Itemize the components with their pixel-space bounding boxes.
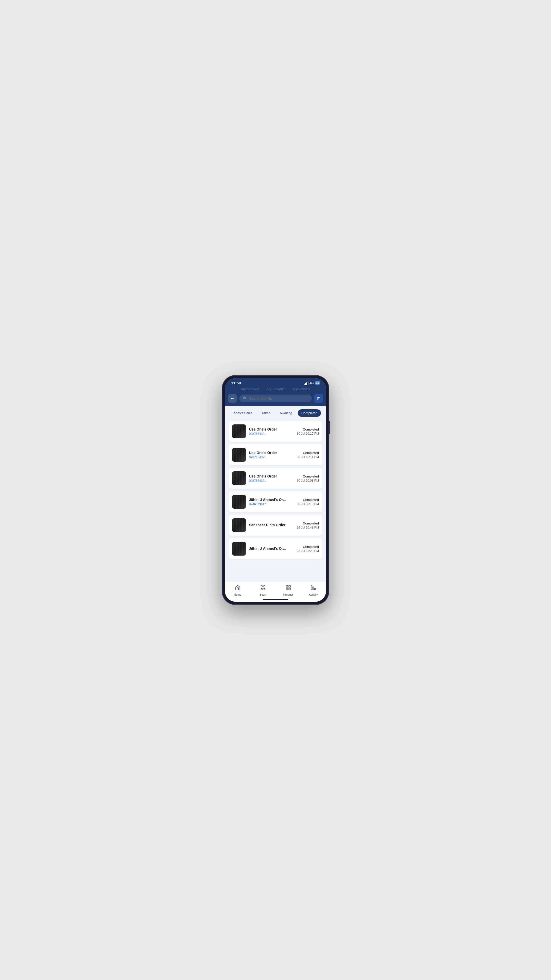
svg-rect-10 [311, 586, 312, 590]
order-status-4: Completed [297, 498, 319, 502]
nav-label-activity: Activity [309, 593, 318, 596]
order-thumbnail-3 [232, 471, 246, 485]
search-input[interactable] [249, 396, 308, 401]
order-status-5: Completed [297, 522, 319, 525]
bottom-navigation: Home Scan [225, 581, 326, 602]
qr-scan-button[interactable]: ⊡ [314, 394, 323, 403]
battery-badge: 36 [315, 381, 320, 385]
order-status-block-6: Completed 23 Jul 09:29 PM [297, 545, 319, 553]
tab-taken[interactable]: Taken [258, 409, 274, 417]
tab-todays-sales[interactable]: Today's Sales [229, 409, 256, 417]
order-name-4: Jithin U Ahmed's Or... [249, 498, 294, 502]
signal-icon [304, 381, 308, 385]
watermark-2: AppScreens [267, 387, 285, 391]
order-thumbnail-5 [232, 518, 246, 532]
search-icon: 🔍 [243, 396, 247, 401]
phone-device: 11:50 4G 36 AppScreens AppScreens AppScr… [222, 375, 329, 605]
order-status-3: Completed [297, 474, 319, 478]
order-item-1[interactable]: Use One's Order 0987654321 Completed 30 … [229, 421, 322, 442]
order-name-5: Sansheer P K's Order [249, 523, 294, 527]
order-thumbnail-2 [232, 448, 246, 462]
order-info-3: Use One's Order 0987654321 [249, 474, 294, 483]
svg-rect-7 [289, 586, 290, 587]
order-thumbnail-1 [232, 425, 246, 438]
svg-rect-1 [264, 586, 265, 587]
order-name-3: Use One's Order [249, 474, 294, 478]
order-date-2: 30 Jul 10:11 PM [297, 455, 319, 459]
scan-icon [260, 585, 266, 592]
svg-rect-6 [286, 586, 287, 587]
order-phone-4: 9746573617 [249, 503, 294, 506]
back-button[interactable]: ← [228, 394, 237, 403]
tabs-container: Today's Sales Taken Awaiting Completed [225, 406, 326, 420]
order-info-5: Sansheer P K's Order [249, 523, 294, 528]
status-icons: 4G 36 [304, 381, 320, 385]
home-indicator [263, 599, 288, 600]
svg-rect-8 [286, 588, 287, 590]
product-icon [286, 585, 291, 592]
tab-completed[interactable]: Completed [298, 409, 321, 417]
order-name-2: Use One's Order [249, 451, 294, 455]
order-item-4[interactable]: Jithin U Ahmed's Or... 9746573617 Comple… [229, 491, 322, 512]
network-label: 4G [310, 381, 314, 385]
order-status-block-4: Completed 30 Jul 08:10 PM [297, 498, 319, 506]
search-header: ← 🔍 ⊡ [225, 392, 326, 406]
nav-item-home[interactable]: Home [225, 584, 250, 597]
watermark-1: AppScreens [241, 387, 259, 391]
svg-rect-2 [261, 589, 262, 590]
svg-rect-0 [261, 586, 262, 587]
order-name-6: Jithin U Ahmed's Or... [249, 546, 294, 550]
order-status-6: Completed [297, 545, 319, 549]
order-info-1: Use One's Order 0987654321 [249, 427, 294, 436]
order-thumbnail-6 [232, 542, 246, 555]
order-item-2[interactable]: Use One's Order 0987654321 Completed 30 … [229, 444, 322, 465]
order-status-block-1: Completed 30 Jul 10:15 PM [297, 428, 319, 435]
order-item-6[interactable]: Jithin U Ahmed's Or... Completed 23 Jul … [229, 538, 322, 559]
nav-item-product[interactable]: Product [275, 584, 301, 597]
order-date-3: 30 Jul 10:08 PM [297, 479, 319, 482]
order-info-4: Jithin U Ahmed's Or... 9746573617 [249, 498, 294, 506]
order-phone-1: 0987654321 [249, 432, 294, 436]
activity-icon [311, 585, 316, 592]
status-time: 11:50 [231, 381, 241, 385]
order-status-block-3: Completed 30 Jul 10:08 PM [297, 474, 319, 482]
order-info-6: Jithin U Ahmed's Or... [249, 546, 294, 551]
order-date-5: 24 Jul 10:48 PM [297, 526, 319, 529]
order-status-block-2: Completed 30 Jul 10:11 PM [297, 451, 319, 459]
order-info-2: Use One's Order 0987654321 [249, 451, 294, 459]
order-status-2: Completed [297, 451, 319, 455]
svg-rect-12 [314, 588, 315, 590]
order-status-1: Completed [297, 428, 319, 431]
watermark-3: AppScreens [292, 387, 310, 391]
order-date-4: 30 Jul 08:10 PM [297, 502, 319, 506]
watermark-bar: AppScreens AppScreens AppScreens [225, 387, 326, 392]
order-item-3[interactable]: Use One's Order 0987654321 Completed 30 … [229, 468, 322, 489]
nav-item-activity[interactable]: Activity [301, 584, 326, 597]
phone-screen: 11:50 4G 36 AppScreens AppScreens AppScr… [225, 378, 326, 602]
status-bar: 11:50 4G 36 [225, 378, 326, 387]
order-thumbnail-4 [232, 495, 246, 509]
order-item-5[interactable]: Sansheer P K's Order Completed 24 Jul 10… [229, 515, 322, 536]
nav-label-scan: Scan [260, 593, 266, 596]
tab-awaiting[interactable]: Awaiting [276, 409, 296, 417]
side-button [329, 421, 330, 434]
home-icon [235, 585, 241, 592]
order-date-6: 23 Jul 09:29 PM [297, 549, 319, 553]
nav-item-scan[interactable]: Scan [250, 584, 275, 597]
nav-label-home: Home [234, 593, 241, 596]
search-bar[interactable]: 🔍 [239, 395, 312, 402]
svg-rect-9 [289, 588, 290, 590]
order-date-1: 30 Jul 10:15 PM [297, 432, 319, 435]
order-status-block-5: Completed 24 Jul 10:48 PM [297, 522, 319, 529]
order-phone-3: 0987654321 [249, 479, 294, 483]
qr-icon: ⊡ [317, 396, 321, 401]
order-name-1: Use One's Order [249, 427, 294, 431]
order-phone-2: 0987654321 [249, 455, 294, 459]
nav-label-product: Product [283, 593, 293, 596]
back-arrow-icon: ← [230, 396, 235, 401]
orders-list: Use One's Order 0987654321 Completed 30 … [225, 420, 326, 581]
svg-rect-11 [313, 587, 314, 590]
